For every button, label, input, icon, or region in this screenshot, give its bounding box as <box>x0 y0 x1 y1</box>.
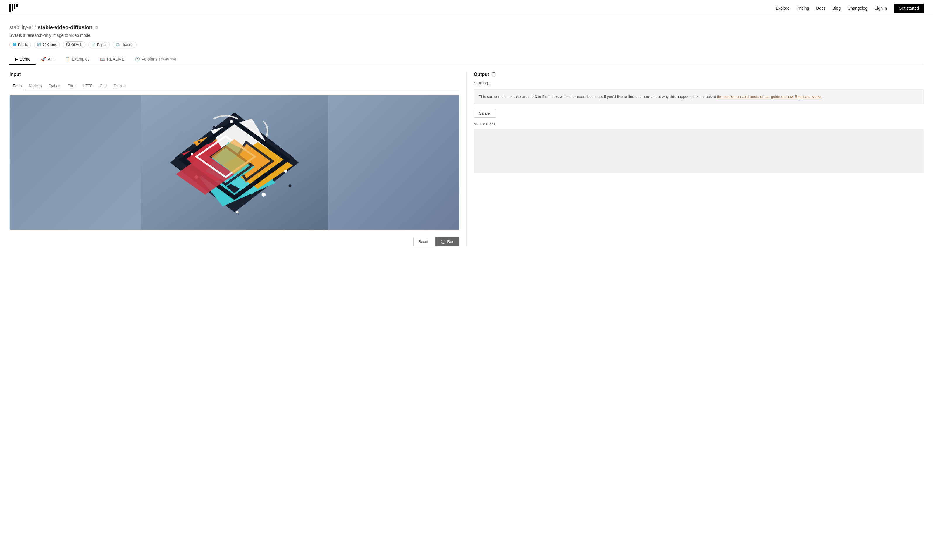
info-text: This can sometimes take around 3 to 5 mi… <box>479 94 717 99</box>
logs-area <box>474 129 924 173</box>
nav-docs[interactable]: Docs <box>816 6 825 11</box>
badge-runs-label: 79K runs <box>43 43 57 47</box>
svg-point-27 <box>191 152 193 155</box>
code-tab-python[interactable]: Python <box>45 82 64 90</box>
chevron-right-icon: ≫ <box>474 122 478 126</box>
license-icon: ⚖️ <box>116 43 120 46</box>
run-spinner <box>441 239 446 244</box>
code-tab-form[interactable]: Form <box>9 82 25 90</box>
org-link[interactable]: stability-ai <box>9 25 33 31</box>
logs-toggle-label: Hide logs <box>480 122 495 126</box>
code-tab-cog[interactable]: Cog <box>96 82 110 90</box>
svg-point-28 <box>284 170 287 173</box>
info-box: This can sometimes take around 3 to 5 mi… <box>474 89 924 104</box>
get-started-button[interactable]: Get started <box>894 3 924 13</box>
nav-signin[interactable]: Sign in <box>874 6 887 11</box>
nav-blog[interactable]: Blog <box>833 6 840 11</box>
output-spinner <box>491 72 496 77</box>
badge-public-label: Public <box>18 43 28 47</box>
output-section: Output Starting... This can sometimes ta… <box>467 72 924 246</box>
copy-icon[interactable]: ⧉ <box>96 25 98 30</box>
model-description: SVD is a research-only image to video mo… <box>9 33 924 38</box>
output-status: Starting... <box>474 81 924 85</box>
nav-changelog[interactable]: Changelog <box>848 6 867 11</box>
tab-demo-label: Demo <box>20 57 31 62</box>
readme-icon: 📖 <box>100 57 105 62</box>
badge-paper-label: Paper <box>97 43 106 47</box>
nav-explore[interactable]: Explore <box>776 6 790 11</box>
badge-public[interactable]: 🌐 Public <box>9 42 31 48</box>
tab-examples[interactable]: 📋 Examples <box>60 54 95 65</box>
version-hash: (3f0457e4) <box>159 57 176 61</box>
svg-point-30 <box>213 126 216 129</box>
svg-rect-1 <box>12 4 13 11</box>
tab-readme[interactable]: 📖 README <box>95 54 130 65</box>
tab-api[interactable]: 🚀 API <box>36 54 60 65</box>
versions-icon: 🕐 <box>135 57 140 62</box>
tab-bar: ▶ Demo 🚀 API 📋 Examples 📖 README 🕐 Versi… <box>9 54 924 65</box>
nav-pricing[interactable]: Pricing <box>796 6 809 11</box>
input-section: Input Form Node.js Python Elixir HTTP Co… <box>9 72 467 246</box>
geo-image <box>10 95 459 230</box>
code-tab-http[interactable]: HTTP <box>79 82 96 90</box>
run-label: Run <box>447 239 454 244</box>
svg-rect-3 <box>16 4 17 7</box>
cold-boots-link[interactable]: the section on cold boots of our guide o… <box>717 94 822 99</box>
code-tabs: Form Node.js Python Elixir HTTP Cog Dock… <box>9 82 460 90</box>
replicate-logo <box>9 4 17 12</box>
reset-button[interactable]: Reset <box>413 237 433 246</box>
output-title-text: Output <box>474 72 489 77</box>
tab-versions[interactable]: 🕐 Versions (3f0457e4) <box>130 54 181 65</box>
tab-demo[interactable]: ▶ Demo <box>9 54 36 65</box>
model-name: stable-video-diffusion <box>38 25 93 31</box>
svg-point-31 <box>289 185 291 187</box>
geometric-art <box>10 95 459 230</box>
tab-versions-label: Versions <box>142 57 157 62</box>
output-title-row: Output <box>474 72 924 77</box>
badge-license[interactable]: ⚖️ License <box>113 42 137 48</box>
examples-icon: 📋 <box>65 57 70 62</box>
page-content: stability-ai / stable-video-diffusion ⧉ … <box>0 16 933 246</box>
info-text-end: . <box>822 94 823 99</box>
run-button[interactable]: Run <box>435 237 460 246</box>
input-title: Input <box>9 72 460 77</box>
tab-examples-label: Examples <box>72 57 89 62</box>
breadcrumb: stability-ai / stable-video-diffusion ⧉ <box>9 25 924 31</box>
action-buttons: Reset Run <box>9 235 460 246</box>
badges: 🌐 Public 🔄 79K runs GitHub 📄 Paper ⚖️ Li… <box>9 41 924 48</box>
public-icon: 🌐 <box>12 43 17 46</box>
svg-point-32 <box>198 141 200 143</box>
image-preview <box>9 95 460 230</box>
badge-license-label: License <box>121 43 133 47</box>
code-tab-docker[interactable]: Docker <box>110 82 129 90</box>
github-icon <box>66 42 70 47</box>
demo-icon: ▶ <box>15 57 18 62</box>
svg-rect-0 <box>9 4 11 12</box>
badge-github[interactable]: GitHub <box>63 41 85 48</box>
cancel-button[interactable]: Cancel <box>474 109 495 118</box>
badge-github-label: GitHub <box>71 43 82 47</box>
main-layout: Input Form Node.js Python Elixir HTTP Co… <box>9 65 924 246</box>
navbar-right: Explore Pricing Docs Blog Changelog Sign… <box>776 3 924 13</box>
api-icon: 🚀 <box>41 57 46 62</box>
svg-point-29 <box>236 211 239 213</box>
paper-icon: 📄 <box>91 43 96 46</box>
runs-icon: 🔄 <box>37 43 41 46</box>
svg-rect-2 <box>14 4 15 9</box>
logs-toggle[interactable]: ≫ Hide logs <box>474 122 924 126</box>
badge-runs[interactable]: 🔄 79K runs <box>34 42 60 48</box>
code-tab-elixir[interactable]: Elixir <box>64 82 79 90</box>
tab-readme-label: README <box>107 57 124 62</box>
svg-point-25 <box>262 192 266 197</box>
tab-api-label: API <box>48 57 54 62</box>
breadcrumb-separator: / <box>34 25 36 31</box>
navbar: Explore Pricing Docs Blog Changelog Sign… <box>0 0 933 16</box>
code-tab-nodejs[interactable]: Node.js <box>25 82 45 90</box>
badge-paper[interactable]: 📄 Paper <box>88 42 109 48</box>
svg-point-24 <box>230 120 233 123</box>
navbar-left <box>9 4 17 12</box>
